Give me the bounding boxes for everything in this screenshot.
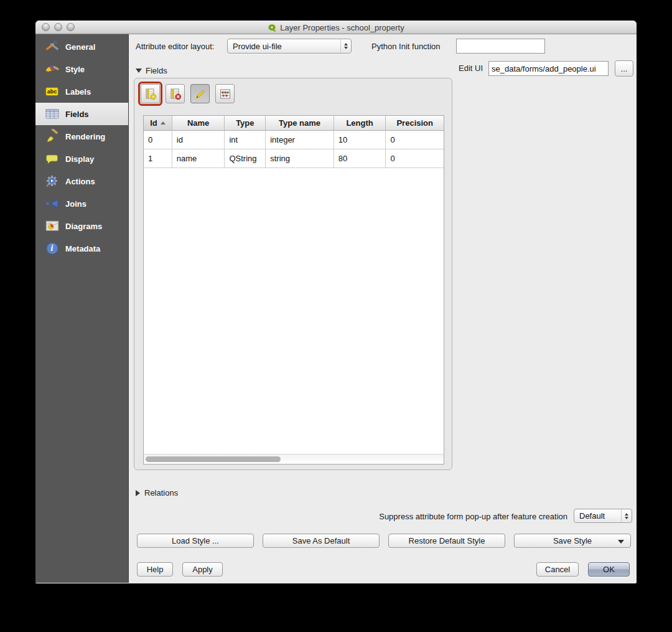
- pencil-icon: [194, 88, 207, 100]
- abacus-icon: [219, 88, 231, 100]
- properties-sidebar: General Style abc Labels: [35, 34, 129, 583]
- sidebar-item-fields[interactable]: Fields: [35, 103, 128, 125]
- brush-icon: [44, 129, 60, 144]
- fields-section-header[interactable]: Fields: [136, 66, 167, 75]
- column-header-id[interactable]: Id: [144, 116, 172, 131]
- restore-default-style-button[interactable]: Restore Default Style: [388, 534, 505, 548]
- save-as-default-button[interactable]: Save As Default: [263, 534, 380, 548]
- fields-section-title: Fields: [146, 66, 167, 75]
- layer-properties-window: Layer Properties - school_property Gener…: [35, 21, 637, 583]
- fields-toolbar: [141, 84, 235, 103]
- relations-section-title: Relations: [144, 488, 178, 498]
- sidebar-item-joins[interactable]: Joins: [35, 192, 128, 215]
- attribute-editor-layout-select[interactable]: Provide ui-file: [227, 39, 352, 54]
- sidebar-item-label: Labels: [65, 87, 91, 97]
- sidebar-item-general[interactable]: General: [35, 35, 128, 58]
- table-row[interactable]: 1 name QString string 80 0: [144, 149, 444, 168]
- sidebar-item-label: Fields: [65, 110, 89, 119]
- sidebar-item-label: Joins: [65, 199, 86, 209]
- screenshot-background: Layer Properties - school_property Gener…: [0, 0, 672, 632]
- table-header-row: Id Name Type Type name Length Precision: [144, 116, 444, 131]
- window-title-area: Layer Properties - school_property: [35, 21, 637, 34]
- ok-button[interactable]: OK: [588, 562, 630, 577]
- python-init-label: Python Init function: [371, 40, 441, 54]
- fields-panel: Attribute editor layout: Provide ui-file…: [129, 34, 637, 583]
- sidebar-item-style[interactable]: Style: [35, 58, 128, 80]
- sidebar-item-diagrams[interactable]: Diagrams: [35, 215, 128, 237]
- column-header-length[interactable]: Length: [334, 116, 386, 131]
- sidebar-item-labels[interactable]: abc Labels: [35, 80, 128, 103]
- relations-section-header[interactable]: Relations: [136, 488, 178, 498]
- tools-icon: [44, 39, 60, 54]
- sidebar-item-label: Display: [65, 154, 94, 164]
- window-title: Layer Properties - school_property: [280, 23, 404, 32]
- sidebar-item-label: Actions: [65, 177, 95, 186]
- column-header-name[interactable]: Name: [172, 116, 225, 131]
- field-calculator-button[interactable]: [215, 84, 235, 103]
- edit-ui-input[interactable]: [488, 61, 609, 76]
- dropdown-arrow-icon: [618, 540, 624, 544]
- fields-groupbox: Id Name Type Type name Length Precision …: [134, 78, 452, 470]
- titlebar: Layer Properties - school_property: [35, 21, 637, 34]
- horizontal-scrollbar[interactable]: [144, 454, 444, 464]
- load-style-button[interactable]: Load Style ...: [137, 534, 254, 548]
- sidebar-item-label: Rendering: [65, 132, 105, 141]
- cancel-button[interactable]: Cancel: [536, 562, 579, 577]
- info-icon: i: [44, 241, 60, 256]
- join-arrow-icon: [44, 196, 60, 211]
- sidebar-item-label: Diagrams: [65, 222, 102, 231]
- sidebar-item-label: Metadata: [65, 244, 100, 253]
- gear-play-icon: [44, 174, 60, 189]
- edit-ui-label: Edit UI: [459, 62, 483, 75]
- paintbrush-icon: [44, 62, 60, 77]
- browse-ui-file-button[interactable]: ...: [615, 60, 633, 77]
- disclosure-right-icon: [136, 490, 140, 496]
- delete-column-icon: [169, 88, 182, 100]
- column-header-type[interactable]: Type: [225, 116, 266, 131]
- stepper-arrows-icon: [621, 509, 632, 522]
- python-init-input[interactable]: [456, 39, 545, 54]
- sidebar-item-display[interactable]: Display: [35, 148, 128, 170]
- attributes-table[interactable]: Id Name Type Type name Length Precision …: [143, 115, 444, 465]
- scrollbar-thumb[interactable]: [146, 456, 281, 462]
- sidebar-item-rendering[interactable]: Rendering: [35, 125, 128, 148]
- abc-badge-icon: abc: [44, 84, 60, 99]
- sidebar-item-metadata[interactable]: i Metadata: [35, 237, 128, 260]
- speech-bubble-icon: [44, 151, 60, 166]
- diagram-icon: [44, 219, 60, 233]
- help-button[interactable]: Help: [137, 562, 173, 577]
- suppress-popup-label: Suppress attribute form pop-up after fea…: [352, 510, 567, 524]
- toggle-editing-button[interactable]: [190, 84, 210, 103]
- sidebar-item-label: Style: [65, 65, 85, 74]
- qgis-logo-icon: [268, 23, 277, 32]
- column-header-precision[interactable]: Precision: [386, 116, 444, 131]
- suppress-popup-value: Default: [579, 511, 605, 521]
- sidebar-item-actions[interactable]: Actions: [35, 170, 128, 192]
- stepper-arrows-icon: [340, 39, 351, 53]
- new-column-button[interactable]: [141, 84, 160, 103]
- attribute-editor-layout-label: Attribute editor layout:: [136, 40, 214, 54]
- attribute-editor-layout-value: Provide ui-file: [233, 42, 282, 51]
- save-style-button[interactable]: Save Style: [514, 534, 631, 548]
- new-column-icon: [144, 88, 157, 100]
- sort-ascending-icon: [161, 121, 166, 125]
- suppress-popup-select[interactable]: Default: [574, 509, 632, 523]
- sidebar-item-label: General: [65, 42, 95, 52]
- apply-button[interactable]: Apply: [182, 562, 223, 577]
- table-row[interactable]: 0 id int integer 10 0: [144, 131, 444, 149]
- disclosure-down-icon: [136, 68, 142, 73]
- delete-column-button[interactable]: [166, 84, 185, 103]
- table-icon: [44, 106, 60, 121]
- column-header-type-name[interactable]: Type name: [266, 116, 334, 131]
